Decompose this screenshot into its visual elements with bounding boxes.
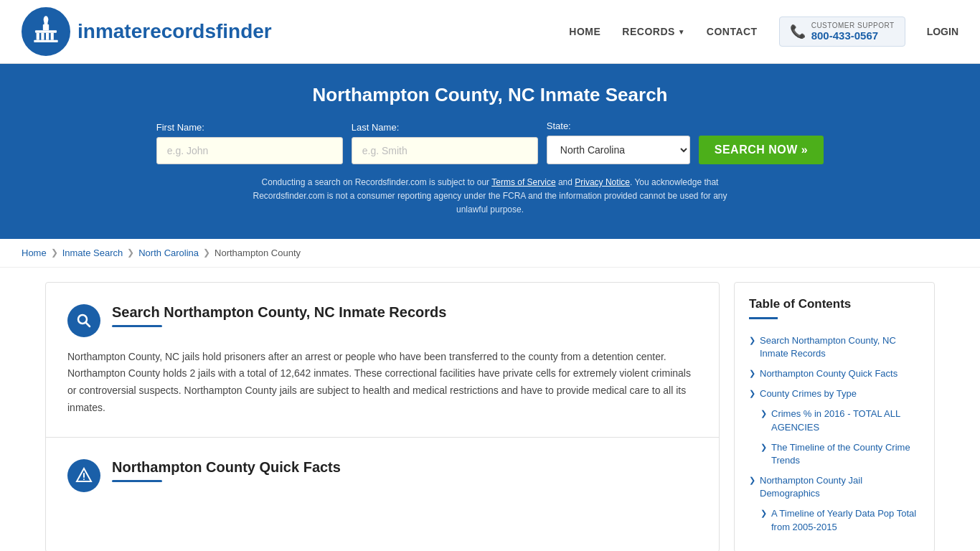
toc-chevron-5: ❯ xyxy=(749,476,755,485)
toc-item-text-6: A Timeline of Yearly Data Pop Total from… xyxy=(771,507,920,533)
nav-records-wrap: RECORDS ▼ xyxy=(622,26,684,37)
site-header: inmaterecordsfinder HOME RECORDS ▼ CONTA… xyxy=(0,0,980,64)
first-name-label: First Name: xyxy=(156,122,343,133)
toc-item-3[interactable]: ❯ Crimes % in 2016 - TOTAL ALL AGENCIES xyxy=(760,404,920,437)
main-nav: HOME RECORDS ▼ CONTACT 📞 CUSTOMER SUPPOR… xyxy=(569,17,958,47)
toc-chevron-0: ❯ xyxy=(749,336,755,345)
toc-item-5[interactable]: ❯ Northampton County Jail Demographics xyxy=(749,471,920,504)
breadcrumb-state[interactable]: North Carolina xyxy=(138,248,199,258)
inmate-records-section: Search Northampton County, NC Inmate Rec… xyxy=(46,283,719,438)
breadcrumb-home[interactable]: Home xyxy=(22,248,47,258)
toc-item-6[interactable]: ❯ A Timeline of Yearly Data Pop Total fr… xyxy=(760,504,920,537)
state-field: State: North Carolina Alabama Alaska Ari… xyxy=(547,121,690,164)
quick-facts-icon xyxy=(67,459,100,492)
breadcrumb-sep-3: ❯ xyxy=(203,248,210,258)
login-button[interactable]: LOGIN xyxy=(927,26,958,37)
breadcrumb-inmate-search[interactable]: Inmate Search xyxy=(62,248,123,258)
first-name-input[interactable] xyxy=(156,137,343,164)
section-title-wrap-1: Search Northampton County, NC Inmate Rec… xyxy=(112,304,697,327)
state-select[interactable]: North Carolina Alabama Alaska Arizona Ca… xyxy=(547,136,690,164)
support-number: 800-433-0567 xyxy=(811,29,895,42)
section-body-1: Northampton County, NC jails hold prison… xyxy=(67,349,697,417)
svg-line-10 xyxy=(86,322,90,326)
toc-item-2[interactable]: ❯ County Crimes by Type xyxy=(749,384,920,404)
breadcrumb: Home ❯ Inmate Search ❯ North Carolina ❯ … xyxy=(0,239,980,268)
toc-chevron-2: ❯ xyxy=(749,389,755,398)
hero-disclaimer: Conducting a search on Recordsfinder.com… xyxy=(239,176,741,217)
svg-point-12 xyxy=(83,479,85,480)
svg-rect-7 xyxy=(34,40,57,42)
section-header-2: Northampton County Quick Facts xyxy=(67,459,697,492)
title-underline-2 xyxy=(112,480,162,482)
toc-chevron-6: ❯ xyxy=(760,509,767,518)
toc-divider xyxy=(749,317,778,319)
svg-rect-4 xyxy=(41,33,44,40)
svg-point-1 xyxy=(44,16,49,23)
toc-item-text-0: Search Northampton County, NC Inmate Rec… xyxy=(760,334,920,360)
support-label: CUSTOMER SUPPORT xyxy=(811,22,895,29)
svg-rect-5 xyxy=(46,33,49,40)
toc-item-text-5: Northampton County Jail Demographics xyxy=(760,474,920,500)
toc-title: Table of Contents xyxy=(749,297,920,311)
first-name-field: First Name: xyxy=(156,122,343,164)
section-title-wrap-2: Northampton County Quick Facts xyxy=(112,459,697,482)
content-area: Search Northampton County, NC Inmate Rec… xyxy=(45,282,720,551)
toc-chevron-4: ❯ xyxy=(760,443,767,452)
terms-link[interactable]: Terms of Service xyxy=(491,177,555,187)
svg-rect-6 xyxy=(51,33,54,40)
toc-item-text-1: Northampton County Quick Facts xyxy=(760,367,897,380)
svg-rect-2 xyxy=(35,30,57,32)
last-name-field: Last Name: xyxy=(352,122,538,164)
last-name-label: Last Name: xyxy=(352,122,538,133)
breadcrumb-county: Northampton County xyxy=(215,248,301,258)
toc-chevron-3: ❯ xyxy=(760,409,767,418)
quick-facts-section: Northampton County Quick Facts xyxy=(46,438,719,524)
support-box[interactable]: 📞 CUSTOMER SUPPORT 800-433-0567 xyxy=(779,17,905,47)
hero-title: Northampton County, NC Inmate Search xyxy=(14,84,966,106)
toc-item-4[interactable]: ❯ The Timeline of the County Crime Trend… xyxy=(760,438,920,471)
chevron-down-icon: ▼ xyxy=(678,28,685,36)
nav-home[interactable]: HOME xyxy=(569,26,600,37)
last-name-input[interactable] xyxy=(352,137,538,164)
svg-rect-3 xyxy=(37,33,39,40)
logo-icon xyxy=(22,7,70,56)
search-button[interactable]: SEARCH NOW » xyxy=(699,136,824,164)
state-label: State: xyxy=(547,121,690,131)
warning-icon xyxy=(75,467,93,484)
support-text: CUSTOMER SUPPORT 800-433-0567 xyxy=(811,22,895,42)
logo-area: inmaterecordsfinder xyxy=(22,7,272,56)
section-header-1: Search Northampton County, NC Inmate Rec… xyxy=(67,304,697,337)
toc-item-1[interactable]: ❯ Northampton County Quick Facts xyxy=(749,364,920,384)
toc-item-text-4: The Timeline of the County Crime Trends xyxy=(771,441,920,467)
toc-item-text-3: Crimes % in 2016 - TOTAL ALL AGENCIES xyxy=(771,408,920,433)
logo-finder: finder xyxy=(216,20,272,42)
toc-chevron-1: ❯ xyxy=(749,369,755,378)
search-form: First Name: Last Name: State: North Caro… xyxy=(14,121,966,164)
search-section-icon xyxy=(67,304,100,337)
logo-text: inmaterecordsfinder xyxy=(77,20,272,43)
breadcrumb-sep-2: ❯ xyxy=(127,248,134,258)
main-container: Search Northampton County, NC Inmate Rec… xyxy=(24,268,956,551)
capitol-icon xyxy=(28,14,64,50)
magnifier-icon xyxy=(75,312,93,329)
title-underline-1 xyxy=(112,325,162,327)
section-title-2: Northampton County Quick Facts xyxy=(112,459,697,476)
nav-contact[interactable]: CONTACT xyxy=(707,26,758,37)
breadcrumb-sep-1: ❯ xyxy=(51,248,58,258)
toc-item-text-2: County Crimes by Type xyxy=(760,387,857,400)
logo-inmate: inmaterecords xyxy=(77,20,216,42)
svg-rect-8 xyxy=(43,24,49,30)
phone-icon: 📞 xyxy=(790,24,806,39)
toc-item-0[interactable]: ❯ Search Northampton County, NC Inmate R… xyxy=(749,331,920,364)
hero-section: Northampton County, NC Inmate Search Fir… xyxy=(0,64,980,239)
toc-list: ❯ Search Northampton County, NC Inmate R… xyxy=(749,331,920,537)
nav-records[interactable]: RECORDS xyxy=(622,26,675,37)
privacy-link[interactable]: Privacy Notice xyxy=(575,177,630,187)
toc-sidebar: Table of Contents ❯ Search Northampton C… xyxy=(734,282,935,551)
section-title-1: Search Northampton County, NC Inmate Rec… xyxy=(112,304,697,321)
